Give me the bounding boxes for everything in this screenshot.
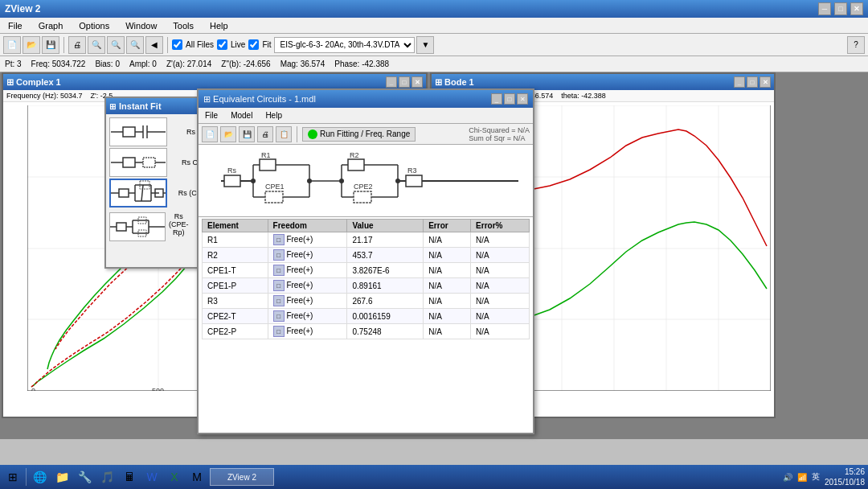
taskbar-app1[interactable]: 🔧 — [75, 467, 94, 487]
new-btn[interactable]: 📄 — [3, 36, 21, 54]
ec-table-area: Element Freedom Value Error Error% R1 □ … — [199, 217, 533, 341]
freedom-btn[interactable]: □ — [273, 234, 285, 245]
sep1 — [63, 37, 64, 53]
menu-help[interactable]: Help — [205, 19, 233, 32]
app-title: ZView 2 — [5, 3, 40, 14]
nav-btn[interactable]: ◀ — [145, 36, 163, 54]
freedom-btn[interactable]: □ — [273, 326, 285, 337]
ec-cell-freedom[interactable]: □ Free(+) — [268, 232, 347, 248]
ec-minimize[interactable]: _ — [491, 93, 502, 105]
save-btn[interactable]: 💾 — [42, 36, 59, 54]
bode-close[interactable]: ✕ — [760, 76, 771, 88]
tray-network[interactable]: 🔊 — [783, 473, 792, 482]
ec-cell-freedom[interactable]: □ Free(+) — [268, 278, 347, 294]
circuit-rs-c[interactable] — [109, 117, 167, 146]
menu-graph[interactable]: Graph — [34, 19, 68, 32]
bode-title[interactable]: ⊞ Bode 1 _ □ ✕ — [432, 74, 774, 90]
complex-close[interactable]: ✕ — [411, 76, 423, 88]
ec-print-btn[interactable]: 🖨 — [257, 126, 273, 142]
taskbar-app3[interactable]: M — [187, 467, 207, 487]
circuit-rs-cpe-rp[interactable] — [109, 212, 166, 241]
zoom-in-btn[interactable]: 🔍 — [107, 36, 125, 54]
tray-volume[interactable]: 📶 — [797, 473, 807, 482]
menu-tools[interactable]: Tools — [168, 19, 199, 32]
menu-options[interactable]: Options — [74, 19, 114, 32]
zoom-out-btn[interactable]: 🔍 — [126, 36, 144, 54]
close-button[interactable]: ✕ — [850, 2, 863, 15]
all-files-label: All Files — [186, 40, 214, 49]
ec-run-button[interactable]: Run Fitting / Freq. Range — [302, 127, 416, 142]
circuit-rs-c-rp[interactable] — [109, 179, 167, 208]
zoom-btn[interactable]: 🔍 — [88, 36, 105, 54]
taskbar-app2[interactable]: 🎵 — [97, 467, 117, 487]
ec-cell-freedom[interactable]: □ Free(+) — [268, 294, 347, 309]
ec-close[interactable]: ✕ — [517, 93, 528, 105]
ec-copy-btn[interactable]: 📋 — [276, 126, 292, 142]
ec-menu-file[interactable]: File — [202, 110, 221, 121]
bode-maximize[interactable]: □ — [747, 76, 758, 88]
ec-cell-freedom[interactable]: □ Free(+) — [268, 248, 347, 263]
ec-cell-freedom[interactable]: □ Free(+) — [268, 309, 347, 324]
taskbar-explorer[interactable]: 📁 — [52, 467, 72, 487]
freedom-btn[interactable]: □ — [273, 280, 285, 291]
taskbar-excel[interactable]: X — [165, 467, 184, 487]
ec-cell-freedom[interactable]: □ Free(+) — [268, 324, 347, 339]
ec-save-btn[interactable]: 💾 — [239, 126, 255, 142]
taskbar-ie[interactable]: 🌐 — [30, 467, 49, 487]
ec-toolbar: 📄 📂 💾 🖨 📋 Run Fitting / Freq. Range Chi-… — [199, 124, 533, 145]
freedom-btn[interactable]: □ — [273, 265, 285, 276]
open-btn[interactable]: 📂 — [23, 36, 40, 54]
fit-check[interactable] — [248, 39, 259, 50]
taskbar-calc[interactable]: 🖩 — [120, 467, 139, 487]
live-check[interactable] — [217, 39, 227, 50]
freedom-btn[interactable]: □ — [273, 249, 285, 261]
circuit-diagram-area: Rs R1 CPE1 — [199, 145, 533, 217]
ec-cell-error: N/A — [424, 324, 471, 339]
status-ampl: Ampl: 0 — [129, 60, 157, 68]
svg-rect-55 — [123, 158, 135, 167]
ec-open-btn[interactable]: 📂 — [220, 126, 236, 142]
equiv-circuits-window: ⊞ Equivalent Circuits - 1.mdl _ □ ✕ File… — [197, 88, 534, 434]
ec-new-btn[interactable]: 📄 — [202, 126, 218, 142]
ec-cell-freedom[interactable]: □ Free(+) — [268, 263, 347, 278]
title-bar-buttons: ─ □ ✕ — [818, 2, 863, 15]
ec-menu-help[interactable]: Help — [262, 110, 285, 121]
ec-cell-errorpct: N/A — [471, 309, 530, 324]
ec-cell-error: N/A — [424, 294, 471, 309]
combo-arrow[interactable]: ▼ — [416, 36, 434, 54]
menu-file[interactable]: File — [3, 19, 27, 32]
ec-menu-model[interactable]: Model — [227, 110, 256, 121]
instant-fit-title-text: Instant Fit — [119, 101, 162, 111]
ec-table-row: CPE2-T □ Free(+) 0.0016159 N/A N/A — [203, 309, 530, 324]
taskbar-zview-app[interactable]: ZView 2 — [210, 468, 274, 486]
freedom-btn[interactable]: □ — [273, 295, 285, 306]
ec-maximize[interactable]: □ — [504, 93, 515, 105]
freedom-btn[interactable]: □ — [273, 310, 285, 322]
file-combo[interactable]: EIS-glc-6-3- 20Ac, 30th-4.3V.DTA — [274, 37, 415, 53]
complex-minimize[interactable]: _ — [386, 76, 397, 88]
status-mag: Mag: 36.574 — [280, 60, 326, 68]
ec-title-text: Equivalent Circuits - 1.mdl — [213, 94, 316, 104]
taskbar-word[interactable]: W — [142, 467, 162, 487]
ec-title[interactable]: ⊞ Equivalent Circuits - 1.mdl _ □ ✕ — [199, 90, 533, 108]
bode-title-text: ⊞ Bode 1 — [435, 77, 474, 88]
windows-start-btn[interactable]: ⊞ — [3, 467, 23, 487]
complex-maximize[interactable]: □ — [399, 76, 410, 88]
complex-title[interactable]: ⊞ Complex 1 _ □ ✕ — [3, 74, 426, 90]
bode-minimize[interactable]: _ — [734, 76, 745, 88]
svg-rect-121 — [406, 175, 422, 187]
help-btn[interactable]: ? — [847, 36, 865, 54]
svg-text:R3: R3 — [407, 166, 417, 175]
ec-cell-element: R2 — [203, 248, 268, 263]
print-btn[interactable]: 🖨 — [68, 36, 86, 54]
system-clock[interactable]: 15:26 2015/10/18 — [825, 466, 865, 487]
svg-text:500: 500 — [152, 387, 164, 391]
circuit-rs-cpe[interactable] — [109, 148, 167, 177]
menu-window[interactable]: Window — [121, 19, 162, 32]
all-files-check[interactable] — [172, 39, 182, 50]
minimize-button[interactable]: ─ — [818, 2, 831, 15]
maximize-button[interactable]: □ — [834, 2, 847, 15]
tray-lang[interactable]: 英 — [812, 471, 820, 483]
status-bar-top: Pt: 3 Freq: 5034.722 Bias: 0 Ampl: 0 Z'(… — [0, 56, 868, 72]
circuit-diagram-svg: Rs R1 CPE1 — [213, 149, 518, 213]
